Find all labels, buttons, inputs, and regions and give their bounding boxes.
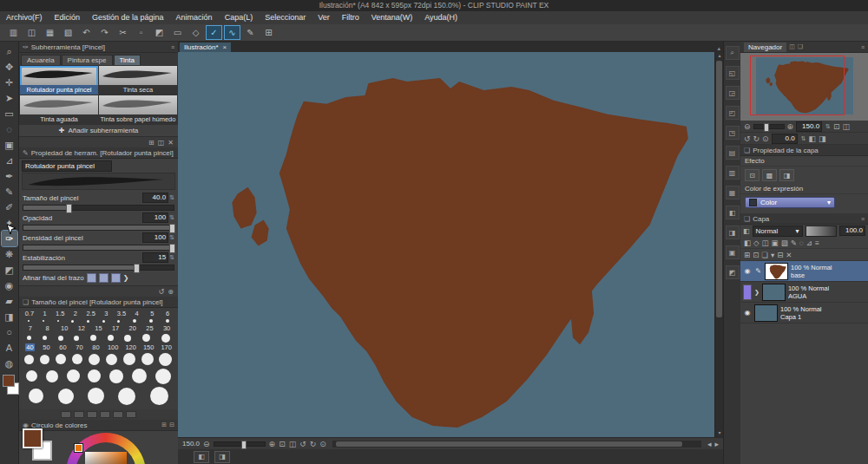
brush-size-cell[interactable]: 50	[42, 343, 51, 351]
brush-size-circle[interactable]	[118, 388, 135, 405]
spinner-icon[interactable]: ⇅	[169, 214, 174, 221]
open-file-icon[interactable]: ◫	[23, 25, 40, 40]
tool-selection[interactable]: ▭	[2, 106, 17, 121]
menu-item[interactable]: Gestión de la página	[86, 11, 170, 24]
tool-pencil[interactable]: ✎	[2, 184, 17, 199]
brush-size-cell[interactable]: 40	[25, 343, 35, 351]
collapsed-panel-2[interactable]: ◲	[726, 86, 740, 100]
palette-menu-icon[interactable]: ≡	[815, 239, 819, 247]
menu-item[interactable]: Archivo(F)	[0, 11, 49, 24]
layer-thumbnail[interactable]	[762, 284, 786, 301]
brush-size-dot[interactable]	[40, 355, 49, 364]
duplicate-subtool-icon[interactable]: ◫	[158, 139, 165, 147]
layer-ruler-icon[interactable]: ⊿	[806, 239, 812, 247]
keyframe-icon[interactable]: ◇	[753, 239, 760, 247]
layer-name[interactable]: Capa 1	[780, 313, 822, 321]
layer-color-chip[interactable]	[743, 284, 752, 300]
prev-page-button[interactable]: ◧	[194, 451, 209, 463]
navigator-view-rectangle[interactable]	[750, 56, 845, 115]
brush-size-dot[interactable]	[159, 353, 172, 366]
collapsed-panel-6[interactable]: ▥	[726, 166, 740, 180]
property-value[interactable]: 15	[142, 252, 168, 263]
actual-size-icon[interactable]: ◫	[289, 440, 297, 448]
export-icon[interactable]: ▧	[60, 25, 76, 40]
canvas-page[interactable]	[178, 52, 714, 437]
layer-mask-icon[interactable]: ◌	[799, 239, 804, 247]
collapsed-panel-9[interactable]: ◨	[726, 225, 740, 239]
tab-navegador[interactable]: Navegador	[744, 42, 786, 52]
brush-size-cell[interactable]: 100	[108, 343, 119, 351]
tool-lasso[interactable]: ◌	[2, 121, 17, 137]
flip-horizontal-icon[interactable]: ◧	[809, 134, 817, 143]
rotate-ccw-icon[interactable]: ↺	[744, 134, 751, 143]
brush-size-cell[interactable]: 17	[111, 324, 121, 332]
brush-size-cell[interactable]: 6	[163, 310, 173, 317]
brush-size-cell[interactable]: 4	[132, 310, 141, 317]
collapsed-panel-10[interactable]: ▣	[726, 245, 740, 259]
spinner-icon[interactable]: ⇅	[169, 194, 174, 201]
tab-pintura-especial[interactable]: Pintura espe	[62, 55, 113, 65]
close-tab-icon[interactable]: ×	[223, 43, 227, 51]
tool-zoom[interactable]: ⌕	[2, 43, 17, 59]
brush-size-dot[interactable]	[102, 320, 105, 323]
brush-size-cell[interactable]: 60	[58, 343, 68, 351]
rotate-ccw-icon[interactable]: ↺	[299, 440, 306, 448]
subtool-item[interactable]: Tinta aguada	[20, 95, 98, 124]
brush-size-circle[interactable]	[26, 370, 37, 382]
collapsed-panel-4[interactable]: ◳	[726, 126, 740, 140]
brush-size-dot[interactable]	[149, 319, 153, 323]
brush-size-cell[interactable]: 20	[128, 324, 137, 332]
tool-blend[interactable]: ◉	[2, 278, 17, 293]
border-effect-icon[interactable]: ⊡	[745, 169, 760, 181]
menu-item[interactable]: Capa(L)	[219, 11, 260, 24]
tool-marker[interactable]: ✐	[2, 199, 17, 215]
selection-border-icon[interactable]: ▭	[169, 25, 186, 40]
brush-size-cell[interactable]: 10	[60, 324, 69, 332]
collapsed-panel-zoom[interactable]: ⌕	[726, 46, 740, 60]
tool-pen[interactable]: ✒	[2, 168, 17, 184]
tool-hand[interactable]: ✥	[2, 59, 17, 75]
brush-size-cell[interactable]: 70	[75, 343, 84, 351]
layer-row[interactable]: ❯ 100 % Normal AGUA	[740, 282, 868, 303]
brush-size-dot[interactable]	[24, 355, 34, 364]
layer-opacity-value[interactable]: 100.0	[839, 225, 865, 236]
canvas-horizontal-scrollbar[interactable]	[332, 441, 701, 448]
new-raster-layer-icon[interactable]: ⊞	[744, 251, 750, 259]
clip-below-icon[interactable]: ◧	[744, 239, 751, 247]
transfer-down-icon[interactable]: ▾	[771, 251, 774, 259]
all-settings-icon[interactable]: ⊕	[168, 288, 174, 296]
brush-size-cell[interactable]: 5	[148, 310, 157, 317]
undo-icon[interactable]: ↶	[78, 25, 95, 40]
rotate-cw-icon[interactable]: ↻	[753, 134, 760, 143]
zoom-value[interactable]: 150.0	[182, 440, 200, 448]
layer-thumbnail[interactable]	[754, 304, 778, 322]
brush-size-dot[interactable]	[56, 354, 66, 364]
fit-screen-icon[interactable]: ⊡	[279, 440, 286, 448]
property-slider[interactable]	[23, 245, 174, 251]
stroke-end-chip[interactable]	[111, 273, 121, 283]
tool-frame[interactable]: ▣	[2, 137, 17, 153]
brush-size-dot[interactable]	[142, 334, 150, 342]
size-option-box[interactable]	[74, 411, 84, 418]
menu-item[interactable]: Ver	[312, 11, 336, 24]
brush-size-cell[interactable]: 12	[76, 324, 86, 332]
brush-size-cell[interactable]: 80	[91, 343, 101, 351]
subtool-item[interactable]: Tinta sobre papel húmedo	[99, 95, 177, 124]
brush-size-dot[interactable]	[124, 335, 131, 342]
tool-operation[interactable]: ➤	[2, 90, 17, 106]
brush-size-cell[interactable]: 25	[145, 324, 155, 332]
layer-visibility-icon[interactable]: ◉	[743, 309, 752, 317]
actual-size-icon[interactable]: ◫	[843, 122, 851, 131]
reset-rotation-icon[interactable]: ⊙	[319, 440, 326, 448]
layer-thumbnail[interactable]	[765, 263, 788, 280]
panel-menu-icon[interactable]: ≡	[861, 44, 865, 50]
menu-item[interactable]: Ayuda(H)	[418, 11, 464, 24]
snap-icon[interactable]: ◇	[187, 25, 204, 40]
scroll-right-icon[interactable]: ▸	[714, 440, 719, 448]
brush-size-circle[interactable]	[46, 370, 58, 382]
brush-size-cell[interactable]: 15	[94, 324, 103, 332]
brush-size-dot[interactable]	[166, 319, 169, 323]
brush-size-circle[interactable]	[67, 369, 80, 382]
vertical-scroll-thumb[interactable]	[716, 61, 722, 317]
brush-size-cell[interactable]: 1.5	[56, 310, 65, 317]
